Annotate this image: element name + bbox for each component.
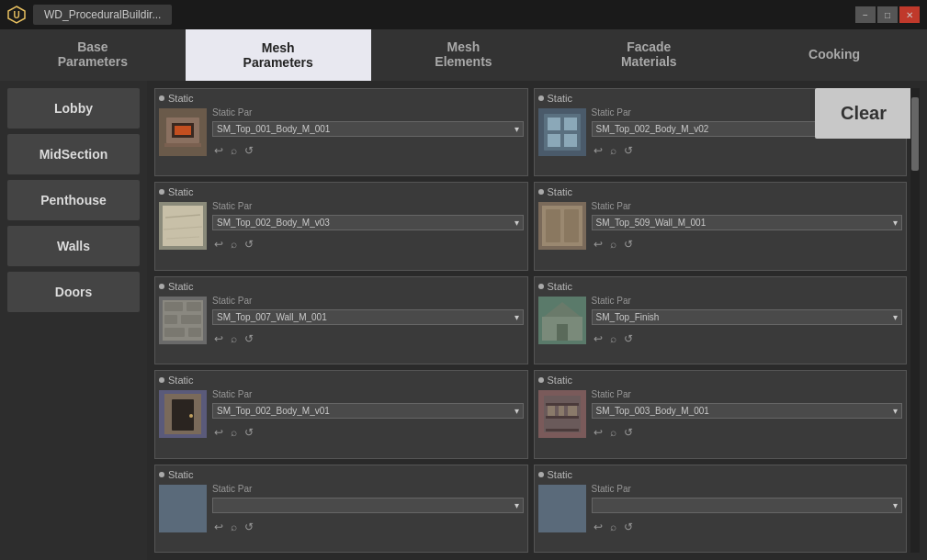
static-dot [159, 377, 164, 383]
tab-mesh-elements[interactable]: MeshElements [371, 29, 557, 81]
refresh-button[interactable]: ↺ [243, 521, 255, 533]
sidebar-item-lobby[interactable]: Lobby [7, 88, 140, 129]
tab-cooking[interactable]: Cooking [741, 29, 927, 81]
mesh-info: Static Par SM_Top_002_Body_M_v03 ▾ ↩ ⌕ ↺ [212, 201, 524, 251]
tab-mesh-parameters[interactable]: MeshParameters [186, 29, 371, 81]
mesh-label: Static Par [212, 484, 524, 494]
reset-button[interactable]: ↩ [592, 521, 605, 533]
search-icon[interactable]: ⌕ [608, 332, 618, 345]
mesh-card-header: Static [159, 281, 524, 292]
scrollbar-thumb[interactable] [911, 97, 919, 171]
mesh-dropdown[interactable]: SM_Top_002_Body_M_v03 ▾ [212, 215, 524, 230]
mesh-info: Static Par SM_Top_007_Wall_M_001 ▾ ↩ ⌕ ↺ [212, 296, 524, 345]
search-icon[interactable]: ⌕ [608, 144, 618, 157]
reset-button[interactable]: ↩ [212, 426, 225, 439]
reset-button[interactable]: ↩ [592, 426, 605, 439]
mesh-dropdown[interactable]: SM_Top_003_Body_M_001 ▾ [592, 403, 903, 419]
search-icon[interactable]: ⌕ [608, 238, 618, 251]
mesh-label: Static Par [212, 389, 524, 399]
search-icon[interactable]: ⌕ [229, 426, 239, 439]
svg-rect-7 [548, 118, 560, 130]
mesh-dropdown[interactable]: ▾ [592, 498, 903, 513]
thumbnail-preview [159, 297, 207, 344]
tab-facade-materials[interactable]: FacadeMaterials [556, 29, 741, 81]
mesh-card-header: Static [538, 469, 903, 480]
dropdown-value: SM_Top_007_Wall_M_001 [217, 312, 327, 322]
refresh-button[interactable]: ↺ [243, 426, 255, 439]
svg-rect-8 [564, 118, 577, 130]
scrollbar-track[interactable] [910, 88, 920, 553]
svg-rect-23 [164, 328, 185, 337]
sidebar-item-doors[interactable]: Doors [7, 272, 140, 312]
reset-button[interactable]: ↩ [212, 332, 225, 345]
refresh-button[interactable]: ↺ [622, 426, 635, 439]
svg-rect-10 [564, 134, 577, 147]
svg-rect-36 [559, 406, 564, 416]
refresh-button[interactable]: ↺ [622, 521, 635, 533]
mesh-dropdown[interactable]: SM_Top_Finish ▾ [592, 309, 903, 325]
mesh-dropdown[interactable]: ▾ [212, 498, 524, 513]
search-icon[interactable]: ⌕ [608, 521, 618, 533]
mesh-card-type: Static [548, 375, 573, 386]
mesh-dropdown[interactable]: SM_Top_001_Body_M_001 ▾ [212, 121, 524, 137]
search-icon[interactable]: ⌕ [608, 426, 618, 439]
thumbnail-preview [538, 297, 586, 344]
mesh-info: Static Par SM_Top_003_Body_M_001 ▾ ↩ ⌕ ↺ [592, 389, 903, 439]
reset-button[interactable]: ↩ [592, 332, 605, 345]
mesh-thumbnail [159, 485, 207, 532]
mesh-card: Static Static Par SM_Top_Finish ▾ ↩ ⌕ ↺ [534, 276, 908, 364]
window-tab[interactable]: WD_ProceduralBuildir... [33, 5, 172, 25]
reset-button[interactable]: ↩ [212, 144, 225, 157]
mesh-actions: ↩ ⌕ ↺ [592, 521, 903, 533]
maximize-button[interactable]: □ [877, 6, 898, 23]
svg-rect-37 [568, 406, 577, 416]
minimize-button[interactable]: − [855, 6, 876, 23]
search-icon[interactable]: ⌕ [229, 238, 239, 251]
sidebar-item-penthouse[interactable]: Penthouse [7, 180, 140, 220]
mesh-dropdown[interactable]: SM_Top_002_Body_M_v01 ▾ [212, 403, 524, 419]
mesh-card: Static Static Par SM_Top_002_Body_M_v01 … [154, 370, 528, 458]
nav-tabs: BaseParameters MeshParameters MeshElemen… [0, 29, 927, 81]
refresh-button[interactable]: ↺ [243, 332, 255, 345]
mesh-label: Static Par [212, 296, 524, 306]
search-icon[interactable]: ⌕ [229, 144, 239, 157]
mesh-actions: ↩ ⌕ ↺ [212, 426, 524, 439]
svg-rect-39 [544, 490, 581, 527]
close-button[interactable]: ✕ [899, 6, 920, 23]
mesh-card-body: Static Par SM_Top_007_Wall_M_001 ▾ ↩ ⌕ ↺ [159, 296, 524, 345]
refresh-button[interactable]: ↺ [622, 238, 635, 251]
dropdown-value: SM_Top_001_Body_M_001 [217, 124, 330, 134]
svg-rect-32 [546, 403, 579, 406]
mesh-card: Static Static Par ▾ ↩ ⌕ ↺ [534, 465, 908, 553]
mesh-actions: ↩ ⌕ ↺ [212, 332, 524, 345]
refresh-button[interactable]: ↺ [622, 144, 635, 157]
sidebar-item-walls[interactable]: Walls [7, 226, 140, 266]
mesh-dropdown[interactable]: SM_Top_509_Wall_M_001 ▾ [592, 215, 903, 230]
search-icon[interactable]: ⌕ [229, 332, 239, 345]
refresh-button[interactable]: ↺ [622, 332, 635, 345]
mesh-actions: ↩ ⌕ ↺ [212, 144, 524, 157]
reset-button[interactable]: ↩ [592, 238, 605, 251]
refresh-button[interactable]: ↺ [243, 238, 255, 251]
reset-button[interactable]: ↩ [212, 238, 225, 251]
static-dot [159, 284, 164, 289]
svg-rect-38 [164, 490, 201, 527]
reset-button[interactable]: ↩ [212, 521, 225, 533]
tab-base-parameters[interactable]: BaseParameters [0, 29, 186, 81]
svg-rect-33 [546, 416, 579, 419]
mesh-dropdown[interactable]: SM_Top_007_Wall_M_001 ▾ [212, 309, 524, 325]
mesh-label: Static Par [212, 107, 524, 118]
dropdown-value: SM_Top_002_Body_M_v03 [217, 218, 330, 228]
dropdown-arrow-icon: ▾ [514, 500, 519, 510]
reset-button[interactable]: ↩ [592, 144, 605, 157]
window-controls: − □ ✕ [855, 6, 920, 23]
dropdown-arrow-icon: ▾ [893, 500, 898, 510]
mesh-thumbnail [159, 390, 207, 438]
mesh-card-type: Static [548, 186, 573, 197]
mesh-thumbnail [159, 108, 207, 156]
refresh-button[interactable]: ↺ [243, 144, 255, 157]
sidebar-item-midsection[interactable]: MidSection [7, 134, 140, 174]
mesh-card-header: Static [538, 186, 903, 197]
clear-button[interactable]: Clear [815, 88, 912, 139]
search-icon[interactable]: ⌕ [229, 521, 239, 533]
